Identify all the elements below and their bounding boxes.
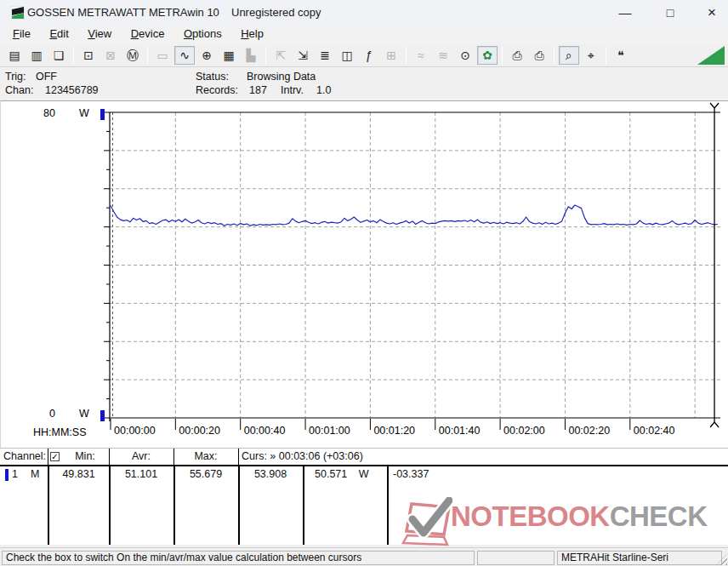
formula-button[interactable]: ƒ: [359, 46, 379, 65]
table-divider: [48, 449, 48, 465]
channel-color-marker: [5, 469, 9, 481]
app-logo-icon: [11, 6, 25, 20]
statusbar: Check the box to switch On the min/avr/m…: [0, 547, 728, 566]
menu-help[interactable]: Help: [233, 26, 271, 44]
x-tick-label: 00:00:00: [114, 425, 156, 437]
print-preview-button[interactable]: ⎙: [507, 46, 527, 65]
x-axis-format-label: HH:MM:SS: [33, 426, 87, 438]
chart-panel: 00:00:0000:00:2000:00:4000:01:0000:01:20…: [0, 100, 728, 448]
info-panel: Trig: OFF Chan: 123456789 Status: Browsi…: [0, 67, 728, 100]
y-axis-unit-top: W: [79, 107, 89, 119]
toolbar-separator: [265, 47, 266, 64]
channel-marker-top: [100, 109, 105, 120]
save-button[interactable]: ▤: [4, 46, 25, 65]
menu-device[interactable]: Device: [123, 26, 173, 44]
records-label: Records:: [196, 84, 238, 96]
x-tick-label: 00:01:20: [373, 425, 415, 437]
toolbar-separator: [502, 47, 503, 64]
min-value: 49.831: [48, 468, 109, 480]
col-header-channel: Channel:: [3, 450, 46, 462]
records-value: 187: [249, 84, 267, 96]
close-button[interactable]: ×: [693, 0, 728, 26]
tooltip-button[interactable]: ❝: [611, 46, 631, 65]
avr-value: 51.101: [109, 468, 173, 480]
meter-display-button: ▭: [152, 46, 173, 65]
measurement-table: Channel: ✓ Min: Avr: Max: Curs: » 00:03:…: [0, 448, 728, 545]
import-data-button[interactable]: ⇲: [293, 46, 313, 65]
xy-chart-view-button[interactable]: ⊕: [196, 46, 217, 65]
channel-number: 1: [12, 468, 18, 480]
wave-tool-button: ≈: [411, 46, 431, 65]
cursor-2-top-handle: [710, 103, 719, 112]
titlebar-app-name: GOSSEN METRAWATT: [27, 6, 146, 19]
y-axis-max-label: 80: [35, 107, 55, 119]
col-header-cursor: Curs: » 00:03:06 (+03:06): [242, 450, 363, 462]
data-table-view-button[interactable]: ▦: [219, 46, 239, 65]
menu-file[interactable]: File: [5, 26, 38, 44]
print-button[interactable]: ⎙: [529, 46, 549, 65]
trig-label: Trig:: [5, 71, 26, 83]
y-axis-unit-bottom: W: [79, 408, 89, 420]
menu-options[interactable]: Options: [176, 26, 230, 44]
titlebar: GOSSEN METRAWATT METRAwin 10 Unregistere…: [0, 0, 728, 26]
display-config-button[interactable]: ◫: [337, 46, 357, 65]
toolbar-separator: [147, 47, 148, 64]
maximize-button[interactable]: □: [651, 0, 689, 26]
device-config-button: ⊞: [381, 46, 401, 65]
x-tick-label: 00:00:40: [244, 425, 286, 437]
table-divider: [303, 466, 304, 545]
x-tick-label: 00:02:20: [568, 425, 610, 437]
menu-edit[interactable]: Edit: [42, 26, 76, 44]
titlebar-license-note: Unregistered copy: [231, 6, 321, 19]
interval-label: Intrv.: [281, 84, 304, 96]
col-header-avr: Avr:: [109, 450, 173, 462]
memory-read-button[interactable]: Ⓜ: [122, 46, 143, 65]
open-file-button[interactable]: ❏: [48, 46, 69, 65]
interval-value: 1.0: [316, 84, 331, 96]
col-header-max: Max:: [173, 450, 238, 462]
statusbar-device-name: METRAHit Starline-Seri: [557, 551, 722, 565]
yt-chart-view-button[interactable]: ∿: [174, 46, 195, 65]
toolbar-separator: [606, 47, 606, 64]
time-sync-button[interactable]: ⊙: [455, 46, 475, 65]
col-header-min: Min:: [61, 450, 109, 462]
zoom-time-button[interactable]: ⌕: [559, 46, 579, 65]
statusbar-message: Check the box to switch On the min/avr/m…: [2, 551, 475, 565]
zoom-curve-button[interactable]: ⌖: [581, 46, 601, 65]
toolbar-separator: [406, 47, 407, 64]
power-trace: [111, 205, 718, 226]
table-divider: [238, 449, 239, 465]
channel-config-button[interactable]: ≣: [315, 46, 335, 65]
app-window: GOSSEN METRAWATT METRAwin 10 Unregistere…: [0, 0, 728, 566]
cursor1-value: 53.908: [238, 468, 303, 480]
titlebar-product-name: METRAwin 10: [149, 6, 219, 19]
menu-view[interactable]: View: [80, 26, 119, 44]
toolbar-separator: [554, 47, 555, 64]
channel-mode: M: [31, 468, 39, 480]
chart-canvas[interactable]: 00:00:0000:00:2000:00:4000:01:0000:01:20…: [1, 101, 728, 448]
read-device-button[interactable]: ⊡: [78, 46, 99, 65]
delta-value: -03.337: [393, 468, 429, 480]
toolbar-separator: [73, 47, 74, 64]
toolbar-corner-triangle: [697, 46, 725, 65]
x-tick-label: 00:01:40: [439, 425, 481, 437]
toolbar: ▤▥❏⊡⊠Ⓜ▭∿⊕▦▙⇱⇲≣◫ƒ⊞≈≋⊙✿⎙⎙⌕⌖❝: [0, 44, 728, 67]
chan-value: 123456789: [45, 84, 99, 96]
x-tick-label: 00:00:20: [179, 425, 220, 437]
save-as-button[interactable]: ▥: [26, 46, 47, 65]
chan-label: Chan:: [5, 84, 33, 96]
minimize-button[interactable]: —: [606, 0, 644, 26]
statusbar-empty-panel: [477, 551, 555, 565]
status-value: Browsing Data: [247, 71, 316, 83]
cursor2-number: 50.571: [315, 468, 347, 480]
table-divider: [387, 466, 389, 545]
live-record-button[interactable]: ✿: [477, 46, 498, 65]
x-tick-label: 00:02:00: [503, 425, 545, 437]
trig-value: OFF: [36, 71, 57, 83]
minmax-calc-checkbox[interactable]: ✓: [50, 452, 60, 461]
menubar: File Edit View Device Options Help: [0, 26, 728, 44]
x-tick-label: 00:01:00: [309, 425, 350, 437]
export-data-button: ⇱: [270, 46, 291, 65]
table-divider: [173, 449, 174, 465]
statistics-view-button: ▙: [241, 46, 261, 65]
